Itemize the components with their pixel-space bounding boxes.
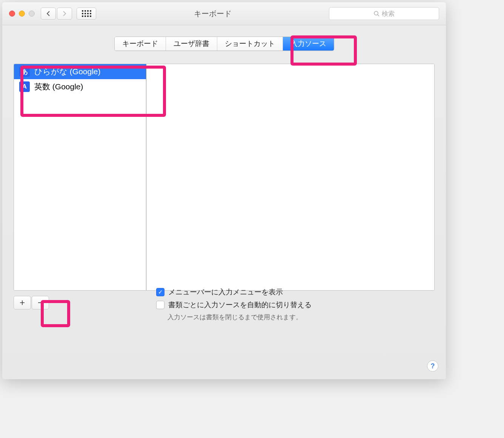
option-label: メニューバーに入力メニューを表示 (168, 287, 283, 297)
checkbox-show-input-menu[interactable] (156, 288, 164, 296)
nav-buttons (41, 8, 72, 20)
source-detail-pane (146, 64, 434, 290)
add-source-button[interactable] (14, 296, 31, 309)
option-show-input-menu[interactable]: メニューバーに入力メニューを表示 (156, 287, 312, 297)
forward-button[interactable] (57, 8, 72, 20)
search-placeholder: 検索 (382, 9, 395, 18)
segmented-control: キーボード ユーザ辞書 ショートカット 入力ソース (114, 37, 334, 51)
titlebar: キーボード 検索 (2, 2, 446, 25)
preferences-window: キーボード 検索 キーボード ユーザ辞書 ショートカット 入力ソース あ ひらが… (2, 2, 446, 379)
tab-keyboard[interactable]: キーボード (115, 37, 166, 51)
hiragana-icon: あ (19, 66, 30, 77)
search-field[interactable]: 検索 (329, 7, 439, 20)
tab-user-dictionary[interactable]: ユーザ辞書 (166, 37, 217, 51)
content-panel: あ ひらがな (Google) A 英数 (Google) (14, 64, 435, 291)
chevron-left-icon (46, 11, 51, 16)
zoom-window-button[interactable] (29, 11, 35, 17)
window-title: キーボード (96, 9, 329, 19)
option-label: 書類ごとに入力ソースを自動的に切り替える (168, 300, 312, 310)
svg-point-0 (374, 11, 378, 15)
alphanumeric-icon: A (19, 81, 30, 92)
help-button[interactable]: ? (427, 360, 438, 372)
option-note: 入力ソースは書類を閉じるまで使用されます。 (167, 313, 312, 322)
svg-line-1 (378, 15, 379, 16)
option-auto-switch[interactable]: 書類ごとに入力ソースを自動的に切り替える (156, 300, 312, 310)
source-label: ひらがな (Google) (34, 66, 101, 77)
back-button[interactable] (41, 8, 56, 20)
search-icon (374, 11, 380, 17)
chevron-right-icon (62, 11, 67, 16)
source-item-eisu[interactable]: A 英数 (Google) (14, 79, 146, 94)
minimize-window-button[interactable] (19, 11, 25, 17)
source-label: 英数 (Google) (34, 81, 83, 92)
checkbox-auto-switch[interactable] (156, 301, 164, 309)
remove-source-button[interactable] (32, 296, 49, 309)
window-controls (9, 11, 35, 17)
show-all-button[interactable] (77, 8, 96, 20)
input-source-list[interactable]: あ ひらがな (Google) A 英数 (Google) (14, 64, 146, 290)
window-body: キーボード ユーザ辞書 ショートカット 入力ソース あ ひらがな (Google… (2, 25, 446, 317)
close-window-button[interactable] (9, 11, 15, 17)
plus-icon (20, 300, 25, 305)
minus-icon (38, 300, 43, 305)
tab-bar: キーボード ユーザ辞書 ショートカット 入力ソース (14, 37, 435, 51)
source-item-hiragana[interactable]: あ ひらがな (Google) (14, 64, 146, 79)
tab-input-sources[interactable]: 入力ソース (283, 37, 334, 51)
options-block: メニューバーに入力メニューを表示 書類ごとに入力ソースを自動的に切り替える 入力… (156, 287, 312, 322)
tab-shortcuts[interactable]: ショートカット (217, 37, 283, 51)
